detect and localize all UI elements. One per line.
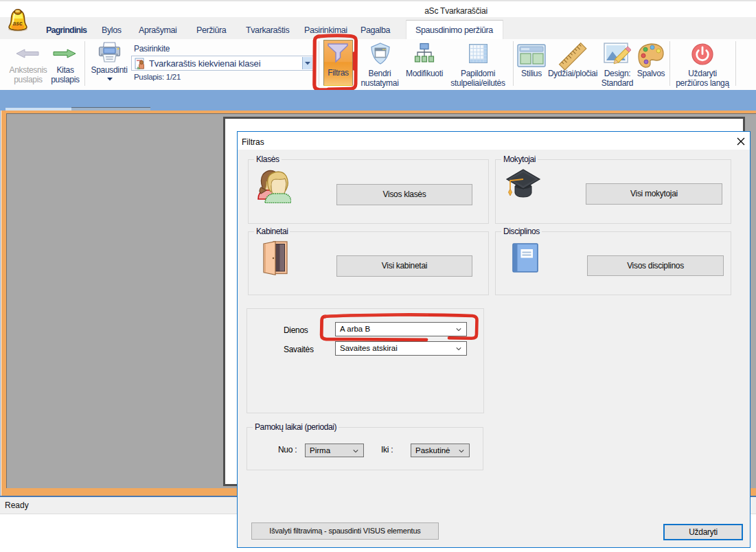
svg-text:asc: asc [13,20,23,27]
